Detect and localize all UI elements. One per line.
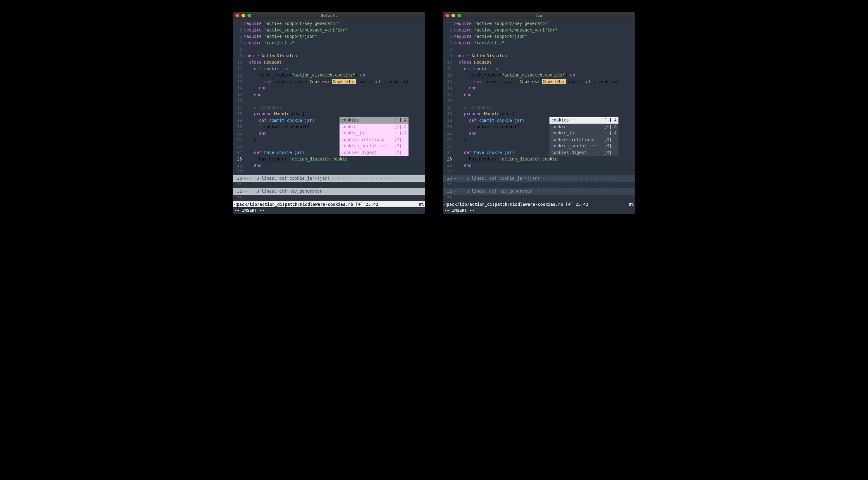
code-line[interactable]: 35 — [233, 195, 425, 201]
code-line[interactable]: 4require "active_support/key_generator" — [443, 21, 635, 27]
code-line[interactable]: 15 end — [233, 91, 425, 98]
code-line[interactable]: 18 prepend Module.new { — [443, 111, 635, 117]
code-text[interactable]: require "active_support/message_verifier… — [454, 27, 635, 34]
editor-pane[interactable]: 4require "active_support/key_generator"5… — [443, 19, 635, 201]
completion-popup[interactable]: cookies[~] Acookie[~] Acookie_jar[~] Aco… — [340, 117, 408, 156]
close-icon[interactable] — [236, 14, 239, 18]
code-text[interactable]: has_header? "action_dispatch.cookie — [454, 156, 635, 162]
code-text[interactable]: prepend Module.new { — [454, 111, 635, 117]
code-text[interactable]: module ActionDispatch — [244, 53, 425, 59]
code-line[interactable]: 11 def cookie_jar — [233, 66, 425, 72]
code-line[interactable]: 4require "active_support/key_generator" — [233, 21, 425, 27]
code-text[interactable]: require "active_support/key_generator" — [244, 21, 425, 27]
code-line[interactable]: 9module ActionDispatch — [233, 53, 425, 59]
minimize-icon[interactable] — [452, 14, 455, 18]
completion-item[interactable]: cookie_jar[~] A — [550, 130, 618, 137]
code-line[interactable]: 25 has_header? "action_dispatch.cookie — [443, 156, 635, 162]
code-text[interactable]: def cookie_jar — [244, 66, 425, 72]
code-line[interactable]: 17 # :stopdoc: — [443, 104, 635, 111]
completion-item[interactable]: cookies[~] A — [550, 117, 618, 124]
code-line[interactable]: 11 def cookie_jar — [443, 66, 635, 72]
code-text[interactable] — [454, 182, 635, 188]
code-text[interactable]: self.cookie_jar = Cookies::CookieJar.bui… — [244, 79, 425, 85]
code-text[interactable] — [244, 98, 425, 104]
code-line[interactable]: 35 — [443, 195, 635, 201]
code-line[interactable]: 5require "active_support/message_verifie… — [233, 27, 425, 34]
code-line[interactable]: 26 end — [233, 162, 425, 169]
code-text[interactable]: require "active_support/json" — [454, 33, 635, 40]
code-line[interactable]: 7require "rack/utils" — [233, 40, 425, 47]
code-text[interactable]: prepend Module.new { — [244, 111, 425, 117]
code-line[interactable]: 18 prepend Module.new { — [233, 111, 425, 117]
code-text[interactable]: has_header? "action_dispatch.cookie — [244, 156, 425, 162]
code-text[interactable]: end — [454, 91, 635, 98]
code-line[interactable]: 14 end — [233, 85, 425, 91]
code-line[interactable]: 10 class Request — [233, 59, 425, 66]
completion-item[interactable]: cookies_rotations[M] — [340, 137, 408, 143]
code-line[interactable]: 15 end — [443, 91, 635, 98]
code-text[interactable]: def cookie_jar — [454, 66, 635, 72]
code-line[interactable]: 13 self.cookie_jar = Cookies::CookieJar.… — [233, 79, 425, 85]
completion-item[interactable]: cookies_serializer[M] — [550, 143, 618, 150]
code-line[interactable]: 8 — [443, 46, 635, 53]
code-text[interactable] — [454, 98, 635, 104]
completion-item[interactable]: cookies_digest[M] — [340, 149, 408, 156]
code-text[interactable]: end — [244, 91, 425, 98]
completion-popup[interactable]: cookies[~] Acookie[~] Acookie_jar[~] Aco… — [550, 117, 618, 156]
minimize-icon[interactable] — [242, 14, 245, 18]
fold-line[interactable]: 28+-- 3 lines: def cookie_jar=(jar)·····… — [443, 175, 635, 182]
code-text[interactable] — [454, 46, 635, 53]
close-icon[interactable] — [445, 14, 449, 18]
code-text[interactable]: require "active_support/message_verifier… — [244, 27, 425, 34]
code-text[interactable]: class Request — [244, 59, 425, 66]
code-line[interactable]: 27 — [233, 169, 425, 176]
editor-pane[interactable]: 4require "active_support/key_generator"5… — [233, 19, 425, 201]
code-line[interactable]: 31 — [233, 182, 425, 188]
code-text[interactable]: class Request — [454, 59, 635, 66]
fold-line[interactable]: 28+-- 3 lines: def cookie_jar=(jar)·····… — [233, 175, 425, 182]
completion-item[interactable]: cookie_jar[~] A — [340, 130, 408, 137]
code-line[interactable]: 31 — [443, 182, 635, 188]
code-text[interactable]: fetch_header("action_dispatch.cookies") … — [244, 72, 425, 79]
code-line[interactable]: 6require "active_support/json" — [443, 33, 635, 40]
code-line[interactable]: 7require "rack/utils" — [443, 40, 635, 47]
completion-item[interactable]: cookies[~] A — [340, 117, 408, 124]
code-line[interactable]: 9module ActionDispatch — [443, 53, 635, 59]
code-text[interactable]: require "active_support/json" — [244, 33, 425, 40]
code-line[interactable]: 5require "active_support/message_verifie… — [443, 27, 635, 34]
code-text[interactable] — [244, 46, 425, 53]
code-text[interactable]: end — [454, 162, 635, 169]
completion-item[interactable]: cookie[~] A — [340, 124, 408, 130]
completion-item[interactable]: cookies_serializer[M] — [340, 143, 408, 150]
code-line[interactable]: 16 — [443, 98, 635, 104]
code-line[interactable]: 12 fetch_header("action_dispatch.cookies… — [233, 72, 425, 79]
zoom-icon[interactable] — [457, 14, 461, 18]
code-line[interactable]: 14 end — [443, 85, 635, 91]
code-line[interactable]: 13 self.cookie_jar = Cookies::CookieJar.… — [443, 79, 635, 85]
code-text[interactable]: # :stopdoc: — [244, 104, 425, 111]
code-line[interactable]: 25 has_header? "action_dispatch.cookie — [233, 156, 425, 162]
code-text[interactable]: fetch_header("action_dispatch.cookies") … — [454, 72, 635, 79]
code-text[interactable] — [454, 195, 635, 201]
code-text[interactable] — [454, 169, 635, 176]
code-line[interactable]: 26 end — [443, 162, 635, 169]
code-text[interactable] — [244, 182, 425, 188]
code-line[interactable]: 12 fetch_header("action_dispatch.cookies… — [443, 72, 635, 79]
code-text[interactable]: end — [454, 85, 635, 91]
code-text[interactable]: require "active_support/key_generator" — [454, 21, 635, 27]
code-text[interactable] — [244, 195, 425, 201]
completion-item[interactable]: cookie[~] A — [550, 124, 618, 130]
code-text[interactable]: end — [244, 162, 425, 169]
code-line[interactable]: 17 # :stopdoc: — [233, 104, 425, 111]
code-line[interactable]: 6require "active_support/json" — [233, 33, 425, 40]
zoom-icon[interactable] — [247, 14, 251, 18]
code-text[interactable]: end — [244, 85, 425, 91]
code-text[interactable]: # :stopdoc: — [454, 104, 635, 111]
code-text[interactable]: module ActionDispatch — [454, 53, 635, 59]
fold-line[interactable]: 32+-- 3 lines: def key_generator········… — [233, 188, 425, 195]
fold-line[interactable]: 32+-- 3 lines: def key_generator········… — [443, 188, 635, 195]
code-text[interactable] — [244, 169, 425, 176]
completion-item[interactable]: cookies_rotations[M] — [550, 137, 618, 143]
code-text[interactable]: require "rack/utils" — [454, 40, 635, 47]
completion-item[interactable]: cookies_digest[M] — [550, 149, 618, 156]
